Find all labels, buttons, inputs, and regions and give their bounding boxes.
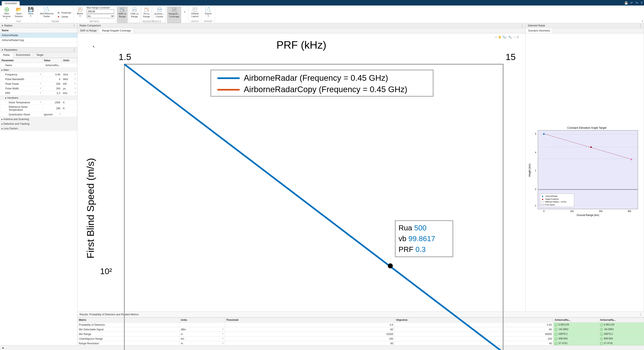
param-row[interactable]: Peak Power200kW (0, 82, 77, 86)
pan-icon[interactable]: ✋ (498, 36, 502, 39)
svg-text:Rua 500: Rua 500 (398, 224, 427, 232)
zoom-in-icon[interactable]: 🔍+ (502, 36, 508, 39)
svg-text:AirborneRadarCopy (Frequency =: AirborneRadarCopy (Frequency = 0.45 GHz) (244, 85, 408, 94)
svg-text:Effective Radius = Inf km: Effective Radius = Inf km (545, 201, 566, 203)
svg-text:-2: -2 (534, 204, 536, 207)
svg-text:10²: 10² (100, 267, 112, 276)
param-row[interactable]: ▸ Main (0, 68, 77, 72)
scenario-geometry-chart: Constant Elevation Angle Target (527, 35, 642, 310)
toolstrip: NewSession ▼ 📂 OpenSession 💾 Save ▼ FILE… (0, 6, 644, 23)
param-row[interactable]: Pulse Bandwidth4MHz (0, 77, 77, 82)
collapse-icon[interactable]: ▾ (2, 24, 3, 27)
svg-text:Ground Range (km): Ground Range (km) (576, 214, 599, 217)
svg-text:Constant Elevation Angle Targe: Constant Elevation Angle Target (567, 126, 606, 129)
svg-text:Target Positions: Target Positions (545, 198, 559, 200)
radar-row-empty[interactable] (0, 43, 77, 47)
chart-toolbar: ▭ ✋ 🔍+ 🔍− ⌂ ☰ (495, 36, 519, 39)
brush-icon[interactable]: ▭ (495, 36, 497, 39)
svg-text:AirborneRadar: AirborneRadar (545, 195, 558, 197)
svg-text:Free Space: Free Space (545, 204, 555, 206)
tab-range-doppler-coverage[interactable]: Range-Doppler Coverage (99, 28, 134, 33)
param-row[interactable]: Noise Temperature1500K (0, 100, 77, 105)
svg-text:15: 15 (506, 52, 516, 62)
help-icon[interactable]: ? (640, 1, 642, 5)
svg-rect-4 (120, 8, 124, 12)
radar-comparison-pane: Radar Comparison⋮ SNR vs Range Range-Dop… (78, 23, 526, 312)
panel-menu-icon[interactable]: ⋮ (639, 24, 642, 27)
svg-rect-5 (132, 8, 136, 12)
designer-tab[interactable]: DESIGNER (2, 1, 20, 6)
collapse-toolstrip-icon[interactable]: ▴ (642, 19, 643, 22)
tab-target[interactable]: Target (34, 52, 46, 58)
tab-snr-vs-range[interactable]: SNR vs Range (78, 28, 99, 33)
save-icon[interactable]: 💾 (624, 1, 628, 5)
tab-radar[interactable]: Radar (0, 52, 13, 58)
svg-text:6: 6 (535, 133, 536, 135)
param-row[interactable]: ▸ Detection and Tracking (0, 122, 77, 126)
radar-row[interactable]: AirborneRadarCopy (0, 38, 77, 43)
svg-text:300: 300 (628, 210, 631, 212)
parameters-header: ▾Parameters ⋮ (0, 48, 77, 52)
tab-environment[interactable]: Environment (13, 52, 34, 58)
max-range-unit-select[interactable]: km (87, 14, 114, 18)
value-header: Value (42, 58, 62, 63)
svg-text:PRF (kHz): PRF (kHz) (276, 39, 326, 51)
svg-text:200: 200 (599, 210, 602, 212)
svg-text:2: 2 (535, 170, 536, 172)
param-row[interactable]: NameAirborneRa... (0, 63, 77, 68)
redo-icon[interactable]: ↷ (636, 1, 638, 5)
svg-point-24 (388, 263, 392, 268)
radar-row[interactable]: AirborneRadar (0, 33, 77, 38)
param-row[interactable]: Frequency0.45GHz (0, 72, 77, 77)
svg-text:0: 0 (543, 210, 545, 212)
svg-text:Height (km): Height (km) (528, 164, 531, 177)
param-row[interactable]: ▸ Hardware (0, 96, 77, 100)
units-header: Units (62, 58, 77, 63)
param-row[interactable]: ▸ Antenna and Scanning (0, 117, 77, 122)
zoom-out-icon[interactable]: 🔍− (508, 36, 513, 39)
svg-rect-62 (541, 204, 544, 206)
range-doppler-chart: PRF (kHz) 1.5 15 AirborneRadar (Frequenc… (79, 35, 524, 350)
legend-icon[interactable]: ☰ (516, 36, 519, 39)
svg-text:4: 4 (535, 152, 536, 154)
svg-text:AirborneRadar (Frequency = 0.4: AirborneRadar (Frequency = 0.45 GHz) (244, 73, 388, 82)
panel-menu-icon[interactable]: ⋮ (73, 24, 76, 27)
collapse-icon[interactable]: ▾ (2, 48, 3, 51)
svg-line-18 (124, 64, 503, 350)
panel-menu-icon[interactable]: ⋮ (639, 313, 642, 316)
svg-rect-11 (193, 8, 197, 12)
delete-button[interactable]: ✖Delete (56, 15, 72, 18)
param-row[interactable]: Quantization NoiseIgnored (0, 112, 77, 117)
svg-text:100: 100 (570, 210, 574, 212)
titlebar: DESIGNER 💾 ↶ ↷ ? (0, 0, 644, 6)
duplicate-button[interactable]: ⧉Duplicate (56, 11, 72, 14)
panel-menu-icon[interactable]: ⋮ (73, 48, 76, 51)
tab-scenario-geometry[interactable]: Scenario Geometry (526, 28, 553, 33)
radars-header: ▾Radars ⋮ (0, 23, 77, 28)
selected-radar-pane: Selected Radar⋮ Scenario Geometry Consta… (526, 23, 644, 312)
svg-text:1.5: 1.5 (118, 52, 131, 62)
panel-menu-icon[interactable]: ⋮ (521, 24, 523, 27)
svg-text:PRF 0.3: PRF 0.3 (398, 245, 426, 254)
svg-rect-3 (78, 8, 82, 12)
left-panel: ▾Radars ⋮ Name AirborneRadar AirborneRad… (0, 23, 78, 345)
status-icon[interactable]: ◀ (2, 346, 4, 349)
svg-text:0: 0 (535, 188, 536, 190)
radars-name-header: Name (0, 28, 77, 33)
param-header: Parameter (0, 58, 42, 63)
home-icon[interactable]: ⌂ (514, 36, 516, 39)
param-row[interactable]: Pulse Width200µs (0, 86, 77, 91)
max-range-label: Max Range Constraint (87, 6, 114, 9)
max-range-input[interactable] (87, 9, 114, 14)
param-row[interactable]: ▸ Loss Factors (0, 126, 77, 131)
undo-icon[interactable]: ↶ (630, 1, 633, 5)
param-row[interactable]: PRF0.3kHz (0, 91, 77, 96)
svg-text:First Blind Speed (m/s): First Blind Speed (m/s) (85, 158, 96, 258)
param-row[interactable]: Reference Noise Temperature290K (0, 105, 77, 112)
svg-text:vb 99.8617: vb 99.8617 (398, 234, 435, 243)
